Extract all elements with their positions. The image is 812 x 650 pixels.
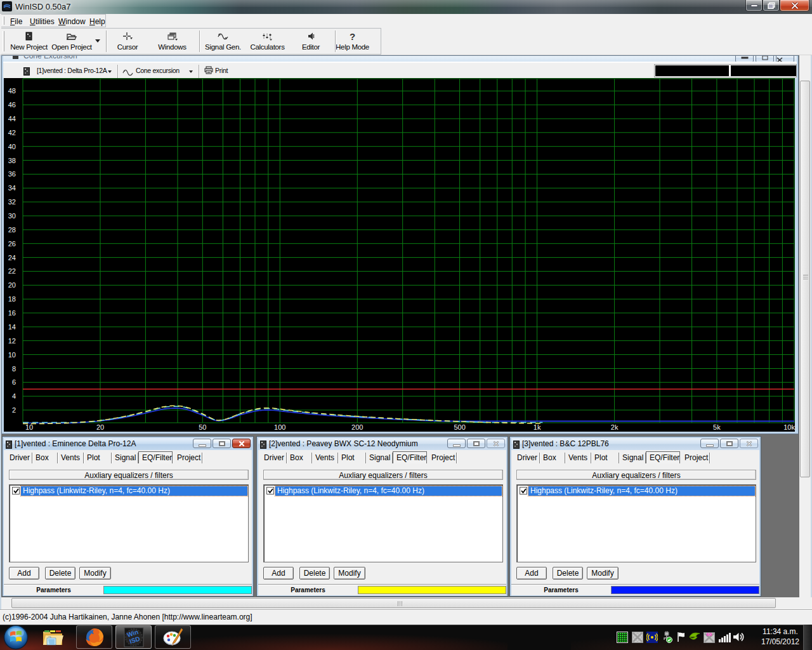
svg-text:34: 34 [8,184,16,192]
svg-text:1k: 1k [534,423,541,431]
svg-text:26: 26 [8,240,16,248]
svg-text:28: 28 [8,226,16,234]
svg-text:8: 8 [12,365,16,373]
svg-text:4: 4 [12,392,16,400]
svg-text:2: 2 [12,406,16,414]
svg-text:36: 36 [8,170,16,178]
svg-text:60: 60 [707,632,712,637]
svg-text:500: 500 [454,423,465,431]
svg-text:10: 10 [25,423,33,431]
svg-text:16: 16 [8,309,16,317]
svg-text:50: 50 [199,423,206,431]
svg-text:6: 6 [12,378,16,386]
svg-text:22: 22 [8,267,16,275]
svg-text:48: 48 [8,87,16,95]
svg-text:2k: 2k [611,423,619,431]
svg-text:10: 10 [8,351,16,359]
svg-text:30: 30 [8,212,16,220]
svg-text:42: 42 [8,129,16,136]
svg-text:20: 20 [8,281,16,289]
svg-text:32: 32 [8,198,16,206]
svg-text:40: 40 [8,143,16,150]
svg-text:5k: 5k [713,423,721,431]
svg-text:20: 20 [96,423,104,431]
svg-text:38: 38 [8,157,16,164]
svg-text:10k: 10k [783,423,795,431]
svg-text:14: 14 [8,323,16,331]
svg-text:200: 200 [351,423,363,431]
svg-text:12: 12 [8,337,16,345]
svg-text:100: 100 [274,423,285,431]
svg-text:46: 46 [8,101,16,109]
svg-text:24: 24 [8,254,16,262]
svg-text:44: 44 [8,115,16,123]
svg-text:18: 18 [8,295,16,303]
